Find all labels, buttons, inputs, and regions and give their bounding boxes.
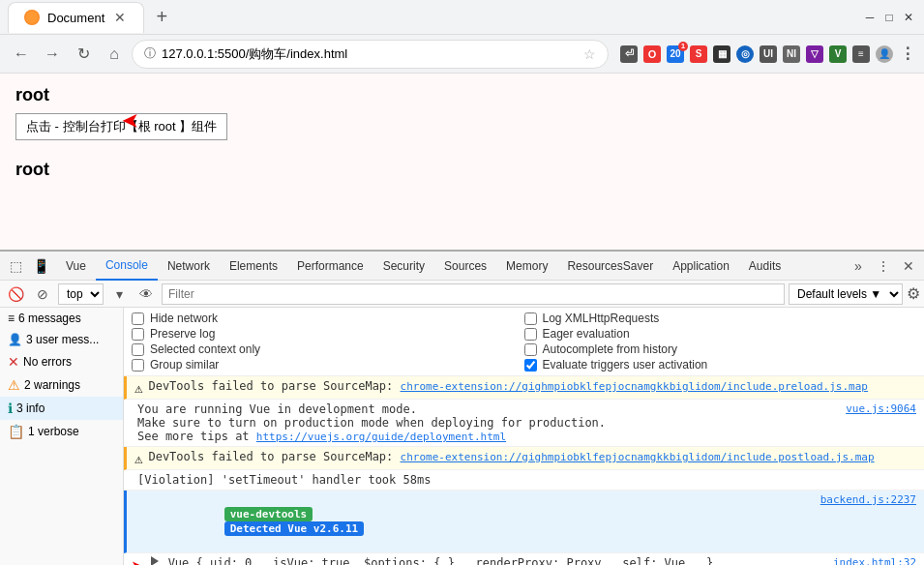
backend-source-link[interactable]: backend.js:2237 bbox=[820, 493, 916, 506]
option-preserve-log[interactable]: Preserve log bbox=[132, 327, 524, 341]
ext-icon-4[interactable]: ▦ bbox=[713, 45, 730, 63]
window-controls: ─ □ ✕ bbox=[862, 10, 916, 25]
ext-icon-badge[interactable]: 20 1 bbox=[667, 45, 684, 63]
maximize-button[interactable]: □ bbox=[881, 10, 897, 25]
filter-input[interactable] bbox=[162, 283, 785, 305]
console-sidebar: ≡ 6 messages 👤 3 user mess... ✕ No error… bbox=[0, 308, 124, 565]
info-icon: ℹ bbox=[8, 401, 13, 416]
option-eager-eval[interactable]: Eager evaluation bbox=[524, 327, 917, 341]
ext-icon-ni[interactable]: NI bbox=[783, 45, 800, 63]
message-link2[interactable]: chrome-extension://gighmpiobklfepjocnamg… bbox=[401, 451, 875, 463]
active-tab[interactable]: Document ✕ bbox=[8, 2, 144, 33]
tab-application[interactable]: Application bbox=[663, 252, 739, 281]
ext-icon-2[interactable]: O bbox=[643, 45, 661, 63]
autocomplete-history-checkbox[interactable] bbox=[524, 343, 537, 356]
tab-audits[interactable]: Audits bbox=[739, 252, 790, 281]
option-selected-context[interactable]: Selected context only bbox=[132, 342, 524, 356]
index-source-link[interactable]: index.html:32 bbox=[833, 556, 916, 565]
vue-deploy-link[interactable]: https://vuejs.org/guide/deployment.html bbox=[256, 431, 506, 443]
options-col2: Log XMLHttpRequests Eager evaluation Aut… bbox=[524, 312, 917, 372]
device-icon[interactable]: 📱 bbox=[29, 254, 52, 278]
devtools-menu-icon[interactable]: ⋮ bbox=[872, 254, 895, 278]
message-text: DevTools failed to parse SourceMap: chro… bbox=[148, 379, 916, 393]
option-log-xmlhttp[interactable]: Log XMLHttpRequests bbox=[524, 312, 917, 325]
level-select[interactable]: Default levels ▼ bbox=[789, 283, 903, 305]
star-icon[interactable]: ☆ bbox=[583, 46, 596, 62]
address-bar[interactable]: ⓘ ☆ bbox=[132, 40, 609, 69]
context-chevron-icon[interactable]: ▾ bbox=[107, 282, 131, 306]
tab-performance[interactable]: Performance bbox=[287, 252, 373, 281]
url-input[interactable] bbox=[162, 46, 578, 61]
sidebar-warnings-label: 2 warnings bbox=[24, 378, 80, 392]
sidebar-errors-label: No errors bbox=[23, 355, 72, 369]
ext-icon-ui[interactable]: UI bbox=[760, 45, 777, 63]
more-chevron-icon[interactable]: » bbox=[847, 254, 870, 278]
inspect-icon[interactable]: ⬚ bbox=[4, 254, 27, 278]
sidebar-item-user-messages[interactable]: 👤 3 user mess... bbox=[0, 329, 123, 350]
ext-icon-3[interactable]: S bbox=[690, 45, 707, 63]
vue-devtools-badge: vue-devtools bbox=[224, 507, 313, 521]
sidebar-item-verbose[interactable]: 📋 1 verbose bbox=[0, 420, 123, 443]
evaluate-triggers-checkbox[interactable] bbox=[524, 359, 537, 372]
filter-icon[interactable]: ⊘ bbox=[31, 282, 54, 306]
tab-network[interactable]: Network bbox=[158, 252, 220, 281]
reload-button[interactable]: ↻ bbox=[70, 41, 97, 68]
clear-console-icon[interactable]: 🚫 bbox=[4, 282, 27, 306]
console-main-area: ≡ 6 messages 👤 3 user mess... ✕ No error… bbox=[0, 308, 924, 565]
tab-memory[interactable]: Memory bbox=[496, 252, 557, 281]
devtools-close-icon[interactable]: ✕ bbox=[897, 254, 920, 278]
settings-gear-icon[interactable]: ⚙ bbox=[907, 284, 920, 303]
option-hide-network[interactable]: Hide network bbox=[132, 312, 524, 325]
tab-title: Document bbox=[47, 11, 104, 25]
ext-icon-5[interactable]: ◎ bbox=[736, 45, 754, 63]
option-group-similar[interactable]: Group similar bbox=[132, 358, 524, 372]
sidebar-item-messages[interactable]: ≡ 6 messages bbox=[0, 308, 123, 329]
group-similar-checkbox[interactable] bbox=[132, 359, 144, 372]
more-tabs-button[interactable]: » ⋮ ✕ bbox=[847, 254, 920, 278]
option-evaluate-triggers[interactable]: Evaluate triggers user activation bbox=[524, 358, 917, 372]
sidebar-item-warnings[interactable]: ⚠ 2 warnings bbox=[0, 373, 123, 397]
tab-console[interactable]: Console bbox=[96, 252, 158, 281]
new-tab-button[interactable]: + bbox=[148, 4, 175, 31]
minimize-button[interactable]: ─ bbox=[862, 10, 878, 25]
back-button[interactable]: ← bbox=[8, 41, 35, 68]
tab-security[interactable]: Security bbox=[373, 252, 434, 281]
ext-icon-1[interactable]: ⏎ bbox=[620, 45, 638, 63]
tab-sources[interactable]: Sources bbox=[434, 252, 496, 281]
tab-bar: Document ✕ + bbox=[8, 2, 862, 33]
expand-triangle-icon[interactable] bbox=[151, 556, 159, 565]
tab-close-button[interactable]: ✕ bbox=[112, 10, 128, 25]
context-select[interactable]: top bbox=[58, 283, 104, 305]
eager-eval-checkbox[interactable] bbox=[524, 328, 537, 341]
ext-icon-profile[interactable]: 👤 bbox=[876, 45, 893, 63]
extension-icons: ⏎ O 20 1 S ▦ ◎ UI NI ▽ V ≡ 👤 ⋮ bbox=[620, 45, 916, 63]
message-link[interactable]: chrome-extension://gighmpiobklfepjocnamg… bbox=[401, 380, 868, 393]
chrome-menu-icon[interactable]: ⋮ bbox=[899, 45, 916, 63]
forward-button[interactable]: → bbox=[39, 41, 66, 68]
ext-icon-v2[interactable]: V bbox=[829, 45, 847, 63]
eye-icon[interactable]: 👁 bbox=[134, 282, 158, 306]
selected-context-checkbox[interactable] bbox=[132, 343, 144, 356]
sidebar-item-errors[interactable]: ✕ No errors bbox=[0, 350, 123, 373]
page-root-text2: root bbox=[15, 160, 909, 180]
log-xmlhttp-checkbox[interactable] bbox=[524, 312, 537, 325]
ext-icon-menu[interactable]: ≡ bbox=[852, 45, 870, 63]
ext-icon-v1[interactable]: ▽ bbox=[806, 45, 823, 63]
close-button[interactable]: ✕ bbox=[901, 10, 916, 25]
sidebar-item-info[interactable]: ℹ 3 info bbox=[0, 397, 123, 420]
tab-resourcessaver[interactable]: ResourcesSaver bbox=[557, 252, 663, 281]
option-autocomplete-history[interactable]: Autocomplete from history bbox=[524, 342, 917, 356]
preserve-log-checkbox[interactable] bbox=[132, 328, 144, 341]
hide-network-checkbox[interactable] bbox=[132, 312, 144, 325]
message-row-warning2: ⚠ DevTools failed to parse SourceMap: ch… bbox=[124, 447, 924, 470]
console-messages: ⚠ DevTools failed to parse SourceMap: ch… bbox=[124, 376, 924, 565]
console-toolbar: 🚫 ⊘ top ▾ 👁 Default levels ▼ ⚙ bbox=[0, 281, 924, 308]
message-row-violation: [Violation] 'setTimeout' handler took 58… bbox=[124, 470, 924, 491]
tab-elements[interactable]: Elements bbox=[220, 252, 287, 281]
tab-vue[interactable]: Vue bbox=[56, 252, 96, 281]
vue-source-link[interactable]: vue.js:9064 bbox=[846, 402, 916, 415]
message-text-vue: You are running Vue in development mode.… bbox=[137, 402, 840, 443]
home-button[interactable]: ⌂ bbox=[101, 41, 128, 68]
console-options: Hide network Preserve log Selected conte… bbox=[124, 308, 924, 376]
devtools-tabbar: ⬚ 📱 Vue Console Network Elements Perform… bbox=[0, 252, 924, 281]
